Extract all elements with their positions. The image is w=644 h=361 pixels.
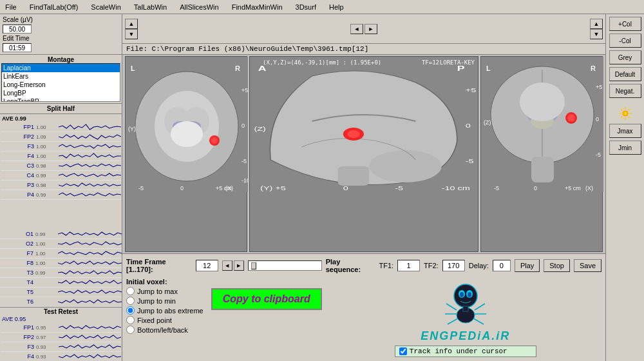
edit-time-row: Edit Time (1, 34, 120, 43)
menu-tallabwin[interactable]: TalLabWin (131, 2, 169, 12)
delay-input[interactable] (493, 260, 511, 271)
add-col-button[interactable]: +Col (609, 17, 641, 31)
channel-row-t4: T4 (0, 278, 122, 288)
default-button[interactable]: Default (609, 67, 641, 81)
svg-rect-42 (531, 157, 554, 182)
tf-right-btn[interactable]: ► (234, 260, 244, 271)
montage-item-longbp[interactable]: LongBP (2, 89, 120, 97)
montage-item-laplacian[interactable]: Laplacian (2, 64, 120, 72)
jmax-button[interactable]: Jmax (609, 124, 641, 138)
lr-nav-arrows: ◄ ► (350, 24, 377, 34)
eeg-wave-f4 (59, 151, 121, 161)
menu-findtallab[interactable]: FindTalLab(Off) (27, 2, 81, 12)
menu-3dsurf[interactable]: 3Dsurf (293, 2, 319, 12)
track-info-checkbox[interactable] (399, 347, 407, 355)
scale-label: Scale (µV) (3, 16, 33, 23)
radio-jump-min[interactable]: Jump to min (126, 297, 204, 305)
radio-jump-max[interactable]: Jump to max (126, 287, 204, 295)
menu-help[interactable]: Help (327, 2, 346, 12)
tr-f4-name: F4 (1, 353, 36, 360)
down-arrow-btn[interactable]: ▼ (125, 29, 138, 39)
lr-right-btn[interactable]: ► (365, 24, 377, 34)
menu-file[interactable]: File (3, 2, 19, 12)
menu-scalewin[interactable]: ScaleWin (88, 2, 123, 12)
lr-left-btn[interactable]: ◄ (350, 24, 363, 34)
menu-allsliceswin[interactable]: AllSlicesWin (177, 2, 222, 12)
main-layout: Scale (µV) Edit Time Montage Laplacian L… (0, 14, 644, 361)
svg-point-56 (454, 284, 477, 307)
montage-item-longemerson[interactable]: Long-Emerson (2, 81, 120, 89)
remove-col-button[interactable]: -Col (609, 34, 641, 48)
channel-f4: F4 (1, 153, 36, 159)
svg-text:-10: -10 (242, 177, 248, 184)
svg-text:R: R (591, 64, 596, 72)
radio-jump-max-label: Jump to max (137, 288, 178, 295)
eeg-wave-t3 (58, 268, 122, 277)
montage-item-linkears[interactable]: LinkEars (2, 72, 120, 81)
svg-line-67 (473, 318, 484, 324)
scale-value-row (1, 24, 120, 34)
svg-line-62 (446, 304, 457, 310)
radio-bottom-left-input[interactable] (126, 326, 135, 334)
menu-findmaxminwin[interactable]: FindMaxMinWin (229, 2, 285, 12)
montage-item-longtran[interactable]: LongTranBP (2, 97, 120, 102)
radio-fixed-point-input[interactable] (126, 316, 135, 324)
left-sidebar: Scale (µV) Edit Time Montage Laplacian L… (0, 14, 122, 361)
timeframe-input[interactable] (196, 260, 218, 271)
svg-text:0: 0 (180, 185, 184, 191)
timeframe-label: Time Frame [1..170]: (126, 258, 192, 273)
edit-time-label: Edit Time (3, 35, 30, 42)
tf-text: TF=12 (422, 59, 439, 66)
eeg-wave-f7 (58, 249, 122, 258)
stop-button[interactable]: Stop (544, 259, 570, 272)
save-button[interactable]: Save (574, 259, 601, 272)
svg-text:-10 cm: -10 cm (442, 185, 470, 191)
radio-jump-max-input[interactable] (126, 287, 135, 295)
loreta-text: LORETA-KEY (440, 59, 475, 66)
tf-left-btn[interactable]: ◄ (222, 260, 232, 271)
svg-text:-5: -5 (494, 185, 499, 191)
tf-slider[interactable] (248, 260, 322, 271)
up-arrow-btn[interactable]: ▲ (125, 19, 138, 29)
svg-text:(X): (X) (585, 185, 593, 191)
brain-sagittal-svg: A P (Z) +5 0 -5 (Y) +5 0 -5 -10 cm (250, 57, 478, 192)
eeg-wave-c4 (59, 171, 121, 180)
tf1-input[interactable] (397, 260, 420, 271)
scale-input[interactable] (3, 24, 32, 34)
montage-section: Montage Laplacian LinkEars Long-Emerson … (0, 55, 122, 104)
tr-f4-val: 0.93 (36, 354, 59, 360)
radio-fixed-point[interactable]: Fixed point (126, 316, 204, 324)
tf2-input[interactable] (442, 260, 465, 271)
edit-time-input[interactable] (3, 43, 32, 52)
split-half-title: Split Half (1, 105, 120, 112)
jmin-button[interactable]: Jmin (609, 141, 641, 155)
test-retest-channels: AVE 0.95 FP1 0.95 FP2 0.97 F3 (1, 315, 121, 360)
right-up-btn[interactable]: ▲ (590, 19, 603, 29)
radio-jump-min-input[interactable] (126, 297, 135, 305)
tr-fp1-val: 0.95 (36, 325, 59, 331)
brightness-icon (618, 106, 633, 121)
tf2-label: TF2: (424, 262, 439, 269)
right-down-btn[interactable]: ▼ (590, 29, 603, 39)
montage-list[interactable]: Laplacian LinkEars Long-Emerson LongBP L… (1, 63, 120, 102)
eeg-wave-p3 (59, 180, 121, 190)
radio-jump-abs-input[interactable] (126, 306, 135, 315)
channel-row-o2: O2 1.00 (0, 239, 122, 249)
svg-point-23 (369, 150, 442, 182)
split-half: Split Half (0, 104, 122, 114)
engpedia-area: ENGPEDiA.iR Track info under cursor (330, 278, 601, 357)
center-panel: ▲ ▼ ◄ ► ▲ ▼ File: C:\Program Files (x86)… (122, 14, 605, 361)
sidebar-top: Scale (µV) Edit Time (0, 14, 122, 55)
svg-text:+5 cm: +5 cm (565, 185, 581, 191)
channel-row-f7: F7 1.00 (0, 249, 122, 259)
clipboard-button[interactable]: Copy to clipboard (211, 288, 322, 310)
radio-bottom-left[interactable]: Bottom/left/back (126, 326, 204, 334)
radio-jump-abs[interactable]: Jump to abs extreme (126, 306, 204, 315)
svg-text:-5: -5 (395, 185, 403, 191)
channel-fp2: FP2 (1, 133, 36, 140)
play-button[interactable]: Play (515, 259, 540, 272)
eeg-wave-t5 (58, 288, 122, 297)
negat-button[interactable]: Negat. (609, 84, 641, 98)
tf-arrows: ◄ ► (222, 260, 244, 271)
grey-button[interactable]: Grey (609, 50, 641, 64)
